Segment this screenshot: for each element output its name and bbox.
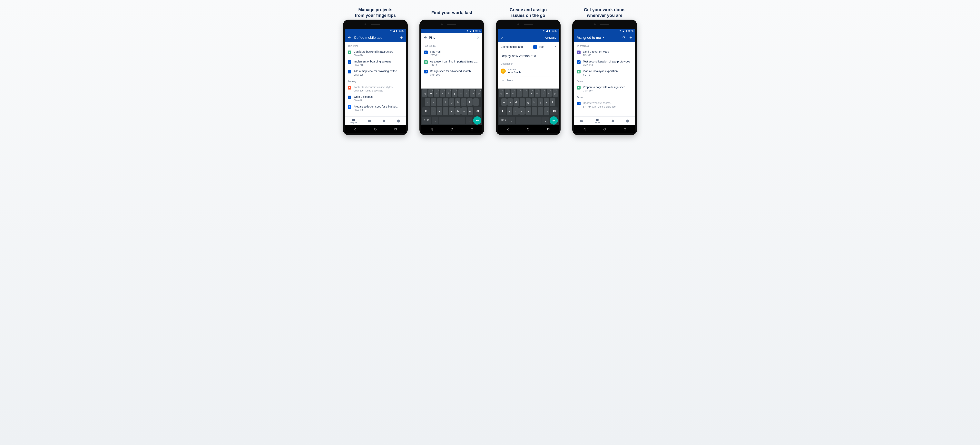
- key-k[interactable]: k: [544, 98, 549, 106]
- key-s[interactable]: s: [431, 98, 436, 106]
- key-b[interactable]: b: [532, 107, 537, 115]
- key-backspace[interactable]: [550, 107, 558, 115]
- key-n[interactable]: n: [538, 107, 543, 115]
- issue-row[interactable]: Update website assets SPTRM-710 · Done 3…: [574, 100, 635, 110]
- issue-row[interactable]: Plan a Himalayan expedition YETI-7: [574, 68, 635, 78]
- key-u[interactable]: u7: [535, 89, 540, 97]
- key-enter[interactable]: [550, 116, 558, 125]
- nav-issues[interactable]: [368, 119, 371, 123]
- android-back-icon[interactable]: [583, 128, 586, 131]
- keyboard[interactable]: q1w2e3r4t5y6u7i8o9p0asdfghjklzxcvbnm?123…: [498, 89, 558, 125]
- nav-notifications[interactable]: [382, 119, 386, 123]
- key-comma[interactable]: ,: [508, 117, 515, 124]
- key-comma[interactable]: ,: [432, 117, 439, 124]
- issue-row[interactable]: Configure backend infrastructure CMA-214: [345, 49, 406, 59]
- key-space[interactable]: [515, 117, 541, 124]
- summary-input[interactable]: Deploy new version of a: [501, 54, 556, 59]
- key-d[interactable]: d: [514, 98, 519, 106]
- key-z[interactable]: z: [507, 107, 512, 115]
- key-q[interactable]: q1: [499, 89, 504, 97]
- key-k[interactable]: k: [467, 98, 473, 106]
- key-c[interactable]: c: [443, 107, 449, 115]
- key-v[interactable]: v: [449, 107, 455, 115]
- search-back-button[interactable]: [423, 36, 427, 40]
- android-recent-icon[interactable]: [470, 128, 474, 131]
- key-j[interactable]: j: [538, 98, 543, 106]
- key-q[interactable]: q1: [422, 89, 428, 97]
- key-a[interactable]: a: [425, 98, 430, 106]
- key-p[interactable]: p0: [552, 89, 558, 97]
- key-f[interactable]: f: [520, 98, 525, 106]
- key-z[interactable]: z: [431, 107, 436, 115]
- key-g[interactable]: g: [526, 98, 531, 106]
- android-home-icon[interactable]: [603, 128, 606, 131]
- key-t[interactable]: t5: [523, 89, 528, 97]
- key-f[interactable]: f: [443, 98, 449, 106]
- key-s[interactable]: s: [508, 98, 513, 106]
- android-back-icon[interactable]: [353, 128, 357, 131]
- key-backspace[interactable]: [474, 107, 481, 115]
- close-button[interactable]: [500, 36, 504, 40]
- filter-dropdown[interactable]: Assigned to me: [577, 36, 601, 40]
- key-i[interactable]: i8: [541, 89, 546, 97]
- key-x[interactable]: x: [437, 107, 442, 115]
- key-r[interactable]: r4: [517, 89, 522, 97]
- android-recent-icon[interactable]: [394, 128, 397, 131]
- nav-notifications[interactable]: [611, 119, 615, 123]
- key-w[interactable]: w2: [505, 89, 510, 97]
- key-w[interactable]: w2: [428, 89, 434, 97]
- android-back-icon[interactable]: [506, 128, 510, 131]
- issue-row[interactable]: Implement onboarding screens CMA-218: [345, 59, 406, 68]
- add-button[interactable]: [399, 36, 403, 40]
- key-symbols[interactable]: ?123: [499, 117, 508, 124]
- issue-row[interactable]: Add a map view for browsing coffee... CM…: [345, 68, 406, 78]
- nav-account[interactable]: [626, 119, 629, 123]
- search-button[interactable]: [622, 36, 626, 40]
- key-m[interactable]: m: [468, 107, 473, 115]
- android-back-icon[interactable]: [430, 128, 433, 131]
- key-y[interactable]: y6: [452, 89, 457, 97]
- key-g[interactable]: g: [449, 98, 455, 106]
- create-button[interactable]: CREATE: [546, 36, 556, 39]
- key-period[interactable]: .: [466, 117, 473, 124]
- reporter-field[interactable]: 🙂 Reporter Ann Smith: [498, 67, 558, 77]
- type-selector[interactable]: Task: [531, 42, 558, 51]
- key-shift[interactable]: [422, 107, 430, 115]
- issue-row[interactable]: Find Yeti YETI-82: [422, 49, 482, 59]
- nav-account[interactable]: [397, 119, 400, 123]
- key-symbols[interactable]: ?123: [422, 117, 431, 124]
- description-input[interactable]: Description: [498, 59, 558, 67]
- nav-projects[interactable]: [580, 119, 584, 123]
- key-a[interactable]: a: [501, 98, 507, 106]
- key-enter[interactable]: [473, 116, 481, 125]
- key-p[interactable]: p0: [476, 89, 481, 97]
- key-c[interactable]: c: [519, 107, 525, 115]
- key-v[interactable]: v: [525, 107, 531, 115]
- key-n[interactable]: n: [461, 107, 467, 115]
- android-recent-icon[interactable]: [623, 128, 627, 131]
- android-home-icon[interactable]: [450, 128, 453, 131]
- key-o[interactable]: o9: [470, 89, 476, 97]
- key-m[interactable]: m: [544, 107, 550, 115]
- android-home-icon[interactable]: [374, 128, 377, 131]
- key-r[interactable]: r4: [440, 89, 445, 97]
- clear-search-button[interactable]: [476, 36, 480, 40]
- issue-row[interactable]: Prepare a design spec for a basket... CM…: [345, 103, 406, 113]
- project-selector[interactable]: Coffee mobile app: [498, 42, 531, 51]
- key-x[interactable]: x: [513, 107, 519, 115]
- issue-row[interactable]: As a user I can find important items o..…: [422, 59, 482, 68]
- key-e[interactable]: e3: [434, 89, 439, 97]
- key-d[interactable]: d: [437, 98, 442, 106]
- issue-row[interactable]: Footer text contains inline styles CMA-2…: [345, 84, 406, 94]
- nav-issues[interactable]: Issues: [595, 118, 600, 124]
- nav-projects[interactable]: Projects: [350, 118, 357, 124]
- key-e[interactable]: e3: [511, 89, 516, 97]
- key-y[interactable]: y6: [528, 89, 534, 97]
- key-period[interactable]: .: [542, 117, 549, 124]
- keyboard[interactable]: q1w2e3r4t5y6u7i8o9p0asdfghjklzxcvbnm?123…: [422, 89, 482, 125]
- more-fields-button[interactable]: ••• More: [498, 77, 558, 84]
- key-shift[interactable]: [499, 107, 506, 115]
- issue-row[interactable]: Test second iteration of app prototypes …: [574, 59, 635, 68]
- key-j[interactable]: j: [461, 98, 466, 106]
- key-t[interactable]: t5: [446, 89, 452, 97]
